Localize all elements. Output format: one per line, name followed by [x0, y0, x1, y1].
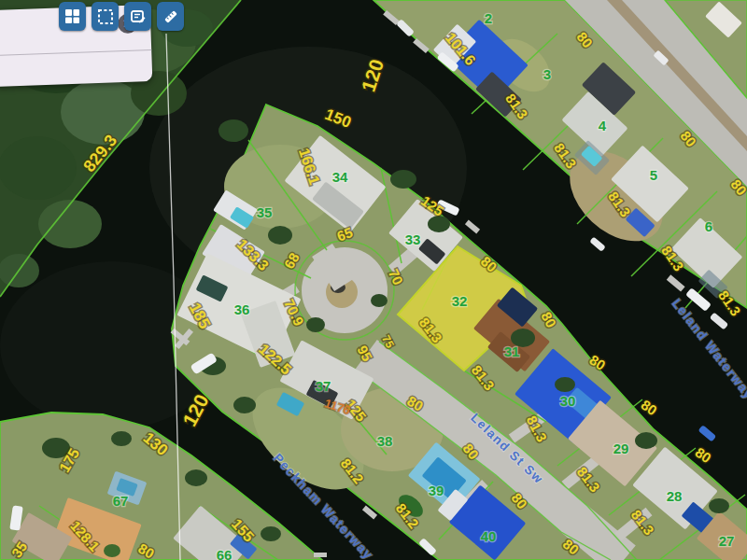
- lot-number: 34: [332, 169, 348, 185]
- lot-number: 36: [234, 301, 250, 317]
- lot-number: 29: [613, 441, 629, 456]
- lot-number: 28: [667, 488, 683, 504]
- lot-number: 38: [377, 433, 393, 449]
- lot-number: 3: [543, 66, 551, 82]
- lot-number: 67: [113, 493, 129, 509]
- lot-number: 66: [217, 547, 233, 560]
- lot-number: 37: [316, 378, 331, 394]
- marquee-select-icon: [97, 8, 114, 25]
- lot-number: 27: [719, 533, 735, 549]
- note-edit-icon: [130, 8, 147, 25]
- marquee-select-button[interactable]: [92, 2, 119, 31]
- lot-number: 32: [452, 293, 468, 309]
- ruler-measure-button[interactable]: [157, 2, 184, 31]
- lot-number: 30: [560, 393, 576, 409]
- ruler-measure-icon: [162, 8, 179, 25]
- lot-number: 4: [599, 118, 607, 133]
- panel-divider: [0, 49, 151, 56]
- layout-grid-icon: [64, 8, 80, 24]
- note-edit-button[interactable]: [124, 2, 151, 31]
- lot-number: 40: [481, 528, 497, 544]
- lot-number: 33: [405, 231, 421, 247]
- map-canvas[interactable]: 829.3120101.68081.3150166.112581.38081.3…: [0, 0, 747, 560]
- map-toolbar: [59, 2, 184, 31]
- lot-number: 39: [429, 483, 444, 498]
- lot-number: 31: [504, 343, 520, 359]
- lot-number: 35: [257, 204, 273, 220]
- palm-tree: [104, 544, 120, 557]
- lot-number: 6: [705, 218, 712, 234]
- lot-number: 2: [485, 10, 492, 26]
- lot-number: 5: [650, 167, 657, 183]
- layout-grid-button[interactable]: [59, 2, 86, 31]
- map-viewport: 829.3120101.68081.3150166.112581.38081.3…: [0, 0, 747, 560]
